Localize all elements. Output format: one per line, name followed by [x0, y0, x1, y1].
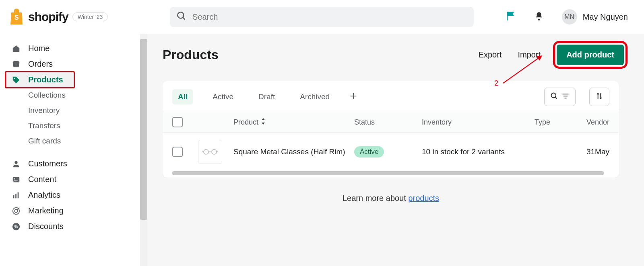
learn-link[interactable]: products: [408, 194, 439, 203]
products-card: All Active Draft Archived: [163, 81, 619, 178]
tab-active[interactable]: Active: [207, 89, 239, 104]
table-head: Product Status Inventory Type Vendor: [163, 112, 619, 133]
learn-prefix: Learn more about: [343, 194, 408, 203]
sort-icon: [595, 92, 603, 102]
svg-rect-10: [18, 192, 19, 198]
horizontal-scrollbar[interactable]: [172, 171, 604, 175]
shopify-bag-icon: S: [9, 8, 24, 25]
page-title: Products: [163, 47, 219, 62]
tab-draft[interactable]: Draft: [253, 89, 281, 104]
sidebar-item-label: Customers: [28, 159, 67, 168]
products-icon: [11, 76, 21, 84]
sidebar-item-label: Home: [28, 44, 50, 53]
home-icon: [11, 44, 21, 53]
sidebar-item-content[interactable]: Content: [6, 172, 142, 187]
sidebar-item-label: Analytics: [28, 190, 60, 200]
avatar: MN: [562, 9, 577, 25]
orders-icon: [11, 60, 21, 69]
svg-line-25: [202, 151, 204, 151]
svg-point-22: [204, 149, 208, 154]
sidebar-item-products[interactable]: Products: [6, 72, 74, 88]
svg-text:%: %: [14, 224, 18, 229]
search-icon: [550, 92, 558, 102]
brand: S shopify Winter '23: [9, 8, 118, 25]
inventory-cell: 10 in stock for 2 variants: [422, 147, 535, 156]
svg-point-4: [14, 78, 15, 79]
svg-line-18: [555, 97, 557, 99]
sidebar-item-label: Orders: [28, 59, 53, 69]
select-all-checkbox[interactable]: [172, 117, 183, 127]
marketing-icon: [11, 207, 21, 215]
product-thumb: [198, 140, 222, 164]
brand-word: shopify: [28, 10, 68, 24]
svg-text:S: S: [14, 14, 19, 21]
col-type[interactable]: Type: [535, 118, 582, 127]
sidebar-item-label: Marketing: [28, 206, 64, 215]
col-product[interactable]: Product: [233, 118, 258, 127]
search-wrap: [170, 7, 474, 27]
sidebar-sub-collections[interactable]: Collections: [6, 88, 142, 103]
col-status[interactable]: Status: [354, 118, 422, 127]
filter-icon: [561, 92, 570, 102]
svg-point-7: [14, 178, 15, 179]
add-product-button[interactable]: Add product: [557, 45, 624, 65]
sidebar-item-customers[interactable]: Customers: [6, 156, 142, 172]
sidebar-sub-transfers[interactable]: Transfers: [6, 118, 142, 133]
top-bar: S shopify Winter '23: [0, 0, 644, 34]
customers-icon: [11, 160, 21, 168]
svg-line-2: [183, 17, 185, 19]
svg-point-1: [178, 12, 184, 18]
search-icon: [176, 11, 187, 23]
brand-pill: Winter '23: [72, 12, 108, 21]
svg-point-5: [14, 161, 17, 164]
sidebar-item-marketing[interactable]: Marketing: [6, 203, 142, 219]
page-head: Products Export Import Add product: [163, 45, 644, 65]
sidebar-sub-gift-cards[interactable]: Gift cards: [6, 133, 142, 149]
search-input[interactable]: [192, 12, 467, 22]
main: Products Export Import Add product All A…: [147, 34, 644, 266]
discounts-icon: %: [11, 222, 21, 231]
tab-archived[interactable]: Archived: [294, 89, 335, 104]
export-button[interactable]: Export: [479, 50, 502, 59]
content-icon: [11, 175, 21, 184]
svg-point-23: [212, 149, 217, 154]
svg-point-12: [14, 209, 17, 212]
sort-button[interactable]: [589, 88, 609, 106]
svg-rect-9: [15, 194, 17, 198]
sidebar-item-label: Content: [28, 175, 56, 184]
svg-point-3: [538, 19, 540, 20]
search-filter-button[interactable]: [544, 88, 576, 106]
col-vendor[interactable]: Vendor: [582, 118, 609, 127]
status-badge: Active: [354, 146, 384, 158]
user-name: May Nguyen: [583, 12, 628, 22]
tab-all[interactable]: All: [172, 89, 193, 104]
col-inventory[interactable]: Inventory: [422, 118, 535, 127]
learn-more: Learn more about products: [163, 194, 619, 203]
sidebar-item-label: Products: [28, 75, 63, 84]
product-name: Square Metal Glasses (Half Rim): [233, 147, 354, 157]
vendor-cell: 31May: [582, 147, 609, 156]
sidebar-item-label: Discounts: [28, 222, 64, 231]
top-icons: MN May Nguyen: [506, 9, 628, 25]
bell-icon[interactable]: [534, 10, 544, 23]
svg-point-17: [551, 93, 556, 98]
sidebar: Home Orders Products Collections Invento…: [0, 34, 147, 266]
sidebar-item-analytics[interactable]: Analytics: [6, 187, 142, 203]
row-checkbox[interactable]: [172, 147, 183, 157]
sidebar-item-discounts[interactable]: % Discounts: [6, 219, 142, 234]
svg-line-26: [217, 151, 218, 151]
add-view-icon[interactable]: [349, 92, 358, 102]
search-field[interactable]: [170, 7, 474, 27]
sidebar-sub-inventory[interactable]: Inventory: [6, 103, 142, 118]
user-chip[interactable]: MN May Nguyen: [562, 9, 628, 25]
analytics-icon: [11, 191, 21, 200]
table-row[interactable]: Square Metal Glasses (Half Rim) Active 1…: [163, 133, 619, 171]
import-button[interactable]: Import: [518, 50, 541, 59]
sidebar-item-orders[interactable]: Orders: [6, 56, 142, 72]
flag-icon[interactable]: [506, 10, 516, 23]
svg-rect-8: [13, 195, 14, 198]
tabs-row: All Active Draft Archived: [163, 81, 619, 112]
sidebar-item-home[interactable]: Home: [6, 41, 142, 56]
sort-indicator-icon: [261, 118, 266, 127]
